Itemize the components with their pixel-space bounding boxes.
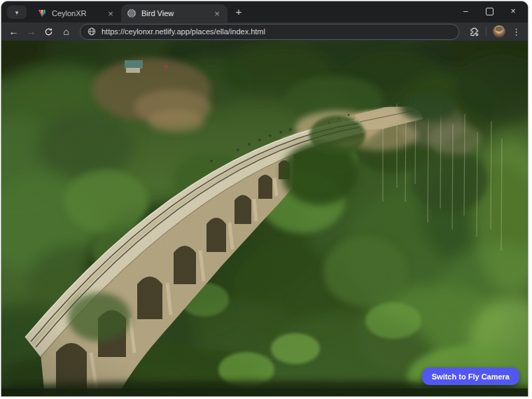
tab-label: CeylonXR <box>52 9 101 18</box>
toolbar-right-cluster: ⋮ <box>465 25 524 38</box>
reload-icon <box>44 27 53 36</box>
back-icon: ← <box>9 26 19 37</box>
plus-icon: + <box>236 6 242 18</box>
maximize-button[interactable] <box>477 1 501 21</box>
url-text: https://ceylonxr.netlify.app/places/ella… <box>102 27 265 36</box>
tab-bird-view[interactable]: Bird View × <box>121 4 227 22</box>
profile-avatar[interactable] <box>493 25 505 38</box>
address-bar[interactable]: https://ceylonxr.netlify.app/places/ella… <box>80 24 459 40</box>
new-tab-button[interactable]: + <box>232 4 246 18</box>
close-tab-icon[interactable]: × <box>212 8 222 18</box>
ceylonxr-logo-icon <box>37 8 47 18</box>
extensions-icon[interactable] <box>469 27 479 37</box>
back-button[interactable]: ← <box>6 24 22 39</box>
forward-icon: → <box>27 26 36 37</box>
site-globe-icon <box>88 27 96 36</box>
forward-button[interactable]: → <box>23 24 39 39</box>
scene-viewport[interactable]: Switch to Fly Camera <box>1 41 528 396</box>
maximize-icon <box>486 8 493 15</box>
toolbar-divider <box>486 27 486 36</box>
close-icon: × <box>510 6 515 16</box>
vignette <box>1 41 528 396</box>
window-controls: – × <box>454 1 528 21</box>
fly-camera-button[interactable]: Switch to Fly Camera <box>422 368 519 385</box>
chevron-down-icon: ▾ <box>15 9 19 16</box>
browser-toolbar: ← → ⌂ https://ceylonxr.netlify.app/place… <box>1 22 528 41</box>
minimize-button[interactable]: – <box>454 1 477 21</box>
home-button[interactable]: ⌂ <box>58 24 74 39</box>
tab-strip: ▾ CeylonXR × Bird View × + <box>1 1 528 22</box>
close-tab-icon[interactable]: × <box>106 8 115 18</box>
tab-label: Bird View <box>141 9 207 18</box>
reload-button[interactable] <box>41 24 57 39</box>
aerial-bridge-scene <box>1 41 528 396</box>
close-window-button[interactable]: × <box>501 1 525 21</box>
menu-kebab-icon[interactable]: ⋮ <box>512 27 521 37</box>
tab-search-button[interactable]: ▾ <box>7 6 27 19</box>
browser-window: ▾ CeylonXR × Bird View × + <box>1 1 528 396</box>
minimize-icon: – <box>463 6 468 16</box>
home-icon: ⌂ <box>63 26 69 37</box>
tab-ceylonxr[interactable]: CeylonXR × <box>31 4 121 22</box>
globe-icon <box>127 8 136 18</box>
